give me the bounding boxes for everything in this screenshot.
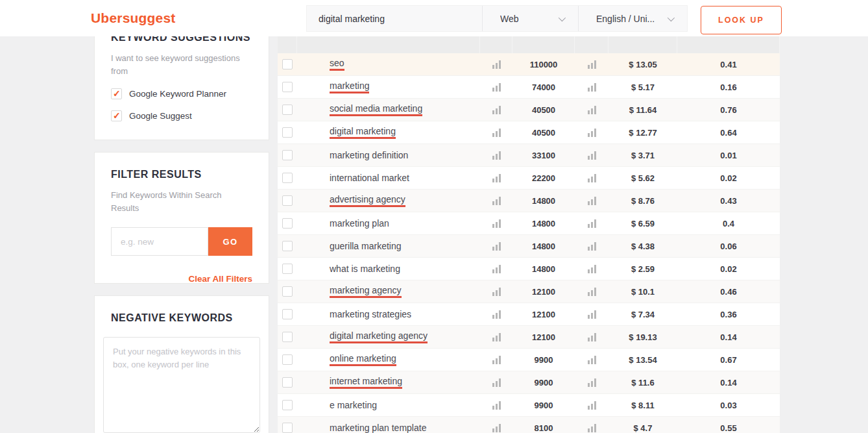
row-volume-icon-cell	[480, 235, 512, 257]
language-dropdown[interactable]: English / Uni...	[578, 6, 687, 31]
competition-value: 0.41	[677, 53, 780, 75]
checkbox-google-keyword-planner[interactable]: Google Keyword Planner	[111, 88, 252, 99]
search-type-dropdown[interactable]: Web	[482, 6, 578, 31]
table-row: marketing strategies 12100 $ 7.34 0.36	[278, 303, 780, 326]
row-checkbox[interactable]	[282, 241, 293, 251]
row-keyword-cell: marketing	[297, 76, 480, 98]
row-checkbox[interactable]	[282, 400, 293, 410]
row-checkbox-cell	[278, 280, 297, 303]
volume-chart-icon[interactable]	[492, 105, 501, 114]
keyword-link[interactable]: social media marketing	[330, 103, 422, 116]
keyword-link[interactable]: internet marketing	[330, 376, 402, 389]
cpc-chart-icon[interactable]	[588, 332, 596, 341]
volume-chart-icon[interactable]	[492, 287, 501, 296]
volume-chart-icon[interactable]	[492, 128, 501, 137]
chevron-down-icon	[668, 14, 675, 21]
row-keyword-cell: digital marketing	[297, 121, 480, 143]
volume-chart-icon[interactable]	[492, 310, 501, 319]
checkbox-icon[interactable]	[111, 110, 122, 121]
cpc-chart-icon[interactable]	[588, 423, 596, 432]
row-volume-icon-cell	[480, 280, 512, 303]
volume-chart-icon[interactable]	[492, 264, 501, 273]
row-checkbox[interactable]	[282, 354, 293, 365]
keyword-link[interactable]: international market	[330, 173, 409, 183]
volume-chart-icon[interactable]	[492, 355, 501, 364]
search-volume-value: 110000	[512, 53, 575, 75]
keyword-link[interactable]: advertising agency	[330, 194, 405, 207]
keyword-link[interactable]: marketing	[330, 80, 369, 93]
ubersuggest-logo[interactable]: Ubersuggest	[91, 0, 176, 36]
cpc-chart-icon[interactable]	[588, 196, 596, 205]
checkbox-icon[interactable]	[111, 88, 122, 99]
row-checkbox[interactable]	[282, 332, 293, 342]
keyword-link[interactable]: marketing definition	[330, 150, 408, 160]
filter-results-card: FILTER RESULTS Find Keywords Within Sear…	[94, 152, 269, 284]
row-checkbox[interactable]	[282, 423, 293, 433]
table-row: international market 22200 $ 5.62 0.02	[278, 167, 780, 190]
cpc-chart-icon[interactable]	[588, 264, 596, 273]
row-cpc-icon-cell	[575, 121, 609, 143]
row-checkbox[interactable]	[282, 59, 293, 69]
row-checkbox[interactable]	[282, 150, 293, 160]
cpc-chart-icon[interactable]	[588, 173, 596, 182]
volume-chart-icon[interactable]	[492, 196, 501, 205]
row-checkbox[interactable]	[282, 286, 293, 297]
keyword-link[interactable]: digital marketing agency	[330, 330, 428, 343]
cpc-chart-icon[interactable]	[588, 151, 596, 160]
row-volume-icon-cell	[480, 190, 512, 212]
table-row: marketing plan template 8100 $ 4.7 0.55	[278, 417, 780, 433]
volume-chart-icon[interactable]	[492, 173, 501, 182]
keyword-link[interactable]: marketing plan template	[330, 423, 426, 433]
keyword-link[interactable]: marketing strategies	[330, 309, 411, 319]
volume-chart-icon[interactable]	[492, 378, 501, 387]
volume-chart-icon[interactable]	[492, 151, 501, 160]
keyword-results-table: seo 110000 $ 13.05 0.41 marketing 74000 …	[278, 36, 780, 433]
keyword-link[interactable]: marketing plan	[330, 218, 389, 229]
search-volume-value: 40500	[512, 99, 575, 121]
row-checkbox[interactable]	[282, 218, 293, 229]
keyword-link[interactable]: what is marketing	[330, 264, 400, 274]
cpc-chart-icon[interactable]	[588, 401, 596, 410]
cpc-chart-icon[interactable]	[588, 128, 596, 137]
row-checkbox[interactable]	[282, 264, 293, 274]
volume-chart-icon[interactable]	[492, 241, 501, 251]
negative-keywords-textarea[interactable]	[103, 337, 260, 433]
row-checkbox[interactable]	[282, 82, 293, 92]
volume-chart-icon[interactable]	[492, 60, 501, 69]
keyword-link[interactable]: marketing agency	[330, 285, 402, 298]
row-checkbox[interactable]	[282, 309, 293, 319]
row-keyword-cell: guerilla marketing	[297, 235, 480, 257]
volume-chart-icon[interactable]	[492, 423, 501, 432]
cpc-chart-icon[interactable]	[588, 241, 596, 251]
cpc-chart-icon[interactable]	[588, 378, 596, 387]
row-checkbox[interactable]	[282, 105, 293, 115]
filter-keyword-input[interactable]	[111, 227, 208, 256]
row-checkbox[interactable]	[282, 127, 293, 138]
row-checkbox[interactable]	[282, 377, 293, 388]
keyword-link[interactable]: e marketing	[330, 400, 377, 410]
volume-chart-icon[interactable]	[492, 332, 501, 341]
volume-chart-icon[interactable]	[492, 401, 501, 410]
row-checkbox[interactable]	[282, 173, 293, 183]
keyword-search-input[interactable]	[307, 6, 482, 31]
header-cell-volume	[512, 36, 575, 53]
filter-go-button[interactable]: GO	[208, 227, 252, 256]
keyword-link[interactable]: seo	[330, 58, 344, 71]
row-checkbox[interactable]	[282, 195, 293, 206]
keyword-link[interactable]: online marketing	[330, 353, 396, 366]
cpc-chart-icon[interactable]	[588, 310, 596, 319]
cpc-chart-icon[interactable]	[588, 60, 596, 69]
volume-chart-icon[interactable]	[492, 219, 501, 228]
cpc-chart-icon[interactable]	[588, 219, 596, 228]
cpc-chart-icon[interactable]	[588, 105, 596, 114]
volume-chart-icon[interactable]	[492, 82, 501, 92]
keyword-link[interactable]: digital marketing	[330, 126, 396, 139]
cpc-chart-icon[interactable]	[588, 82, 596, 92]
clear-all-filters-link[interactable]: Clear All Filters	[111, 274, 252, 284]
keyword-link[interactable]: guerilla marketing	[330, 241, 402, 251]
competition-value: 0.02	[677, 258, 780, 280]
cpc-chart-icon[interactable]	[588, 287, 596, 296]
cpc-chart-icon[interactable]	[588, 355, 596, 364]
checkbox-google-suggest[interactable]: Google Suggest	[111, 110, 252, 121]
look-up-button[interactable]: LOOK UP	[701, 6, 782, 34]
